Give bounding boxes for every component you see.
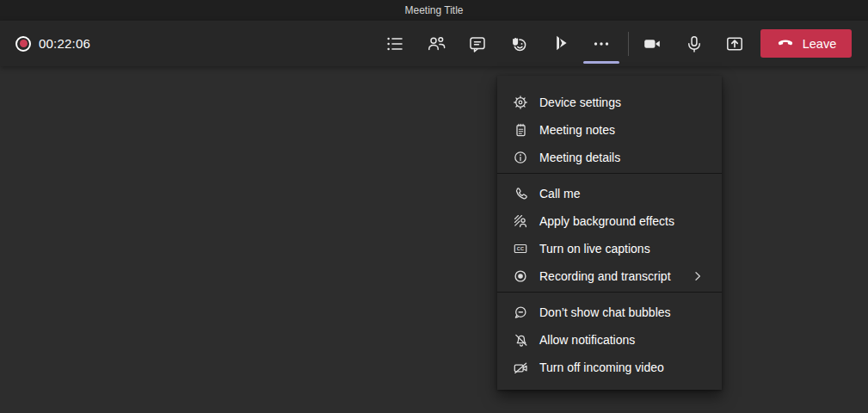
hangup-icon — [776, 33, 795, 54]
recording-timer: 00:22:06 — [39, 36, 90, 51]
meeting-stage — [0, 66, 868, 413]
reactions-icon — [509, 34, 528, 53]
chat-button[interactable] — [457, 21, 498, 66]
recording-indicator: 00:22:06 — [15, 21, 90, 66]
menu-item-live-captions[interactable]: CC Turn on live captions — [497, 235, 722, 262]
gear-icon — [513, 95, 528, 110]
menu-item-label: Turn on live captions — [539, 242, 650, 256]
menu-item-meeting-notes[interactable]: Meeting notes — [497, 116, 722, 144]
toolbar-device-controls: Leave — [628, 21, 852, 66]
leave-button-label: Leave — [803, 37, 837, 51]
menu-item-label: Recording and transcript — [539, 269, 671, 283]
menu-item-label: Don’t show chat bubbles — [539, 305, 671, 319]
menu-item-chat-bubbles[interactable]: Don’t show chat bubbles — [497, 299, 722, 326]
participants-button[interactable] — [416, 21, 457, 66]
share-screen-icon — [725, 34, 744, 53]
toolbar-divider — [628, 32, 629, 56]
menu-item-background-effects[interactable]: Apply background effects — [497, 207, 722, 235]
list-button[interactable] — [374, 21, 416, 66]
leave-button[interactable]: Leave — [760, 29, 852, 58]
menu-item-device-settings[interactable]: Device settings — [497, 89, 722, 116]
menu-item-recording-transcript[interactable]: Recording and transcript — [497, 262, 722, 290]
present-button[interactable] — [539, 21, 581, 66]
notifications-off-icon — [513, 332, 528, 348]
record-dot-icon — [15, 36, 31, 52]
record-icon — [513, 268, 528, 284]
toolbar-center-buttons — [374, 21, 622, 66]
background-effects-icon — [513, 213, 528, 229]
menu-item-label: Allow notifications — [539, 333, 635, 347]
svg-text:CC: CC — [517, 246, 525, 251]
mic-icon — [684, 34, 703, 53]
menu-item-label: Meeting details — [539, 151, 620, 164]
menu-item-incoming-video[interactable]: Turn off incoming video — [497, 354, 722, 381]
more-actions-button[interactable] — [581, 21, 622, 66]
camera-icon — [643, 34, 662, 53]
menu-item-label: Turn off incoming video — [539, 361, 664, 374]
mic-button[interactable] — [673, 21, 714, 66]
people-icon — [427, 34, 446, 53]
phone-icon — [513, 186, 528, 201]
window-title: Meeting Title — [404, 4, 463, 16]
captions-icon: CC — [513, 241, 528, 256]
menu-divider — [497, 173, 722, 174]
list-icon — [385, 34, 404, 53]
titlebar: Meeting Title — [0, 0, 868, 21]
chat-icon — [468, 34, 487, 53]
reactions-button[interactable] — [498, 21, 539, 66]
chat-bubble-off-icon — [513, 305, 528, 320]
info-icon — [513, 150, 528, 165]
teams-meeting-window: Meeting Title 00:22:06 — [0, 0, 868, 413]
menu-item-label: Call me — [539, 187, 580, 200]
more-actions-menu: Device settings Meeting notes Meetin — [497, 76, 722, 390]
active-tool-indicator — [583, 61, 619, 64]
menu-item-call-me[interactable]: Call me — [497, 180, 722, 207]
meeting-toolbar: 00:22:06 — [0, 21, 868, 66]
video-off-icon — [513, 360, 528, 375]
chevron-right-icon — [690, 268, 705, 284]
present-icon — [551, 34, 569, 53]
menu-item-label: Apply background effects — [539, 214, 674, 228]
notes-icon — [513, 122, 528, 138]
menu-divider — [497, 292, 722, 293]
menu-item-notifications[interactable]: Allow notifications — [497, 326, 722, 354]
menu-item-label: Meeting notes — [539, 123, 615, 137]
menu-item-meeting-details[interactable]: Meeting details — [497, 144, 722, 171]
more-icon — [592, 34, 611, 53]
share-screen-button[interactable] — [714, 21, 755, 66]
camera-button[interactable] — [631, 21, 673, 66]
menu-item-label: Device settings — [539, 96, 621, 109]
